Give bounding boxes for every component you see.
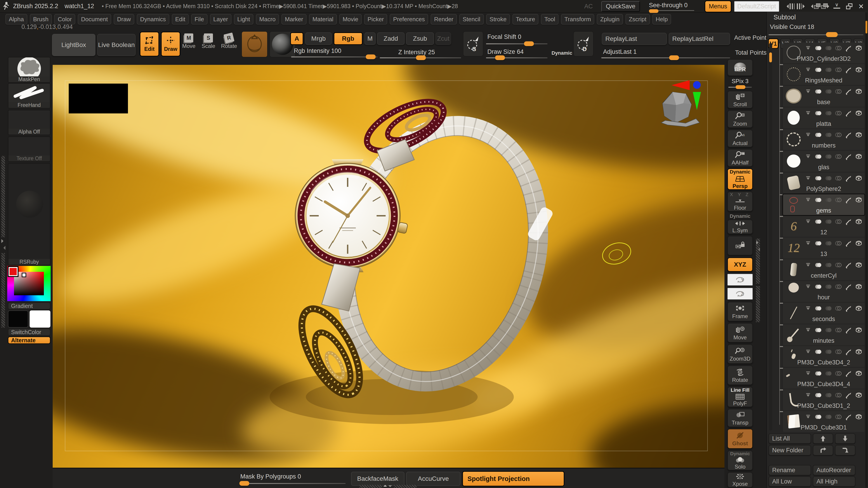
stroke-slot-freehand[interactable]: FreeHand: [8, 83, 51, 108]
panel-expand-arrow-icon[interactable]: [756, 248, 760, 251]
adjust-last-knob[interactable]: [669, 55, 679, 60]
transparent-button[interactable]: Transp: [727, 409, 753, 427]
polypaint-brush-icon[interactable]: [844, 196, 853, 204]
list-expand-arrow-icon[interactable]: [804, 326, 812, 334]
xpose-button[interactable]: Xpose: [727, 472, 753, 488]
subtool-list-scroll-handle[interactable]: [769, 53, 772, 62]
see-through-knob[interactable]: [649, 9, 658, 13]
rotate-3d-button[interactable]: Rotate: [727, 365, 753, 385]
boolean-subtract-icon[interactable]: [824, 261, 833, 269]
list-expand-arrow-icon[interactable]: [804, 218, 812, 225]
move-down-button[interactable]: [835, 433, 855, 444]
restore-button[interactable]: [846, 3, 852, 9]
subtool-row[interactable]: hour: [783, 281, 864, 302]
secondary-color-swatch[interactable]: [30, 311, 51, 328]
persp-button[interactable]: Dynamic Persp: [727, 168, 753, 190]
visible-count-knob[interactable]: [826, 32, 838, 37]
floor-button[interactable]: X Y Z Floor: [727, 192, 753, 212]
replay-last-rel-button[interactable]: ReplayLastRel: [669, 33, 730, 45]
boolean-union-icon[interactable]: [814, 109, 823, 117]
boolean-union-icon[interactable]: [814, 44, 823, 52]
polypaint-brush-icon[interactable]: [844, 283, 853, 291]
menu-item[interactable]: Document: [78, 14, 112, 25]
subtool-row[interactable]: PolySphere2: [783, 173, 864, 193]
dock-right-icon[interactable]: [821, 2, 831, 10]
spotlight-projection-button[interactable]: Spotlight Projection: [462, 471, 564, 486]
boolean-intersect-icon[interactable]: [834, 109, 843, 117]
color-picker[interactable]: [7, 266, 51, 301]
list-expand-arrow-icon[interactable]: [804, 174, 812, 182]
menus-button[interactable]: Menus: [705, 0, 732, 12]
boolean-subtract-icon[interactable]: [824, 391, 833, 399]
mask-by-polygroups-knob[interactable]: [239, 481, 249, 486]
subtool-row[interactable]: 6 12: [783, 216, 864, 237]
edit-button[interactable]: Edit: [140, 32, 159, 57]
boolean-intersect-icon[interactable]: [834, 261, 843, 269]
visibility-eye-icon[interactable]: [855, 413, 863, 421]
list-expand-arrow-icon[interactable]: [804, 304, 812, 312]
list-expand-arrow-icon[interactable]: [804, 391, 812, 399]
boolean-union-icon[interactable]: [814, 304, 823, 312]
polypaint-brush-icon[interactable]: [844, 261, 853, 269]
collapse-right-tray-icon[interactable]: [797, 2, 807, 10]
close-button[interactable]: ✕: [858, 2, 864, 10]
panel-divider-handle-2[interactable]: [756, 286, 760, 322]
see-through-slider[interactable]: See-through 0: [649, 2, 694, 11]
list-expand-arrow-icon[interactable]: [804, 131, 812, 139]
viewport-canvas[interactable]: [53, 65, 724, 468]
auto-reorder-button[interactable]: AutoReorder: [813, 465, 855, 475]
boolean-subtract-icon[interactable]: [824, 44, 833, 52]
boolean-intersect-icon[interactable]: [834, 239, 843, 247]
boolean-subtract-icon[interactable]: [824, 88, 833, 95]
rgb-intensity-slider[interactable]: [291, 57, 377, 57]
move-into-folder-button[interactable]: [835, 445, 855, 455]
draw-button[interactable]: Draw: [161, 32, 180, 57]
current-brush-thumbnail[interactable]: [241, 31, 268, 57]
boolean-subtract-icon[interactable]: [824, 218, 833, 225]
live-boolean-button[interactable]: Live Boolean: [97, 34, 135, 56]
visibility-eye-icon[interactable]: [855, 391, 863, 399]
polypaint-brush-icon[interactable]: [844, 174, 853, 182]
dock-left-icon[interactable]: [809, 2, 819, 10]
camera-orientation-gizmo[interactable]: [652, 78, 708, 132]
scale-button[interactable]: S Scale: [202, 33, 215, 49]
menu-item[interactable]: Material: [309, 14, 337, 25]
polypaint-brush-icon[interactable]: [844, 348, 853, 356]
boolean-subtract-icon[interactable]: [824, 369, 833, 377]
gizmo-x-axis-icon[interactable]: [672, 80, 690, 90]
visibility-eye-icon[interactable]: [855, 131, 863, 139]
zadd-button[interactable]: Zadd: [377, 32, 405, 45]
canvas-resize-handle-2[interactable]: [394, 485, 416, 488]
subtool-row[interactable]: PM3D_Cube3D4_2: [783, 346, 864, 367]
polypaint-brush-icon[interactable]: [844, 109, 853, 117]
visibility-eye-icon[interactable]: [855, 218, 863, 225]
boolean-union-icon[interactable]: [814, 369, 823, 377]
polypaint-brush-icon[interactable]: [844, 369, 853, 377]
boolean-union-icon[interactable]: [814, 66, 823, 74]
menu-item[interactable]: Stroke: [486, 14, 510, 25]
boolean-intersect-icon[interactable]: [834, 88, 843, 95]
tray-expand-arrow-icon[interactable]: [1, 246, 5, 250]
boolean-union-icon[interactable]: [814, 196, 823, 204]
aahalf-button[interactable]: AAHalf: [727, 149, 753, 167]
boolean-union-icon[interactable]: [814, 174, 823, 182]
list-expand-arrow-icon[interactable]: [804, 283, 812, 291]
menu-item[interactable]: Color: [54, 14, 75, 25]
lightbox-button[interactable]: LightBox: [52, 34, 95, 56]
polypaint-brush-icon[interactable]: [844, 153, 853, 160]
boolean-subtract-icon[interactable]: [824, 348, 833, 356]
boolean-intersect-icon[interactable]: [834, 391, 843, 399]
boolean-subtract-icon[interactable]: [824, 283, 833, 291]
boolean-subtract-icon[interactable]: [824, 326, 833, 334]
menu-item[interactable]: Draw: [114, 14, 134, 25]
boolean-union-icon[interactable]: [814, 218, 823, 225]
boolean-intersect-icon[interactable]: [834, 326, 843, 334]
boolean-intersect-icon[interactable]: [834, 369, 843, 377]
quicksave-button[interactable]: QuickSave: [601, 1, 640, 12]
menu-item[interactable]: Picker: [364, 14, 387, 25]
a-mode-button[interactable]: A: [290, 32, 303, 45]
menu-item[interactable]: Texture: [513, 14, 538, 25]
visibility-eye-icon[interactable]: [855, 109, 863, 117]
boolean-union-icon[interactable]: [814, 326, 823, 334]
boolean-intersect-icon[interactable]: [834, 218, 843, 225]
